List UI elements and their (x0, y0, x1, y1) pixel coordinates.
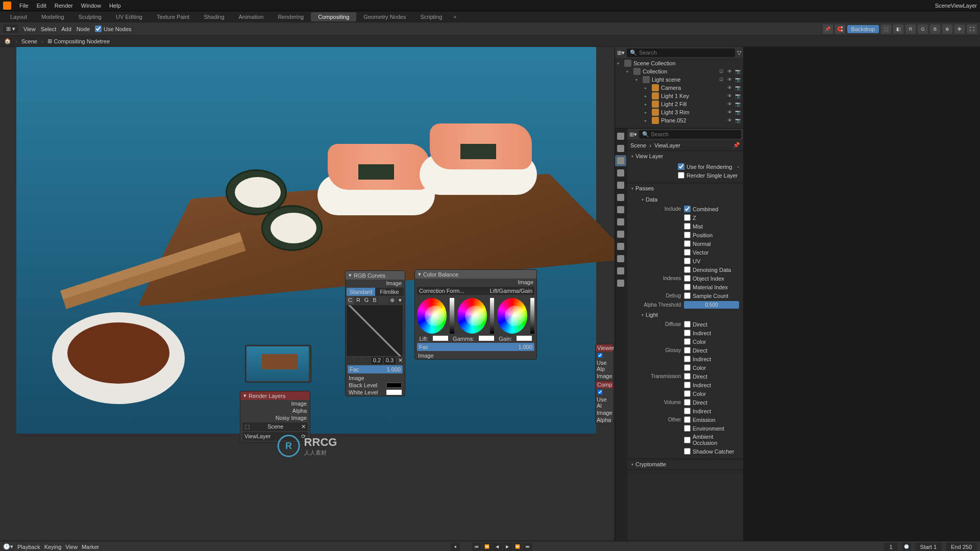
tone-standard[interactable]: Standard (347, 288, 375, 296)
socket-image-out[interactable]: Image (346, 280, 405, 287)
fac-slider[interactable]: Fac1.000 (348, 365, 403, 373)
outliner-display-mode[interactable]: ⊞▾ (617, 49, 625, 56)
alpha-threshold-slider[interactable]: 0.500 (684, 301, 739, 309)
snap-icon[interactable]: 🧲 (835, 24, 845, 34)
socket-image-in[interactable]: Image (415, 352, 536, 359)
visibility-toggle[interactable]: 👁 (726, 76, 733, 83)
prop-search-input[interactable] (651, 131, 721, 137)
correction-formula-dropdown[interactable]: Correction Form...Lift/Gamma/Gain (417, 287, 534, 295)
workspace-tab-sculpting[interactable]: Sculpting (71, 12, 109, 21)
pass-vector-check[interactable] (684, 249, 691, 256)
outliner-item[interactable]: ▾Collection☑👁📷 (615, 67, 743, 76)
curve-g[interactable]: G (363, 297, 370, 304)
lift-value-slider[interactable] (450, 298, 454, 334)
workspace-add[interactable]: + (449, 12, 460, 21)
workspace-tab-shading[interactable]: Shading (197, 12, 231, 21)
fit-icon[interactable]: ⛶ (967, 24, 977, 34)
glossy-indirect-check[interactable] (684, 356, 691, 362)
workspace-tab-compositing[interactable]: Compositing (311, 12, 356, 21)
gain-color-wheel[interactable] (497, 298, 527, 334)
node-color-balance[interactable]: ▾Color Balance Image Correction Form...L… (414, 269, 537, 360)
node-scene-field[interactable]: ⬚Scene✕ (242, 422, 308, 431)
timeline-marker[interactable]: Marker (82, 544, 99, 550)
menu-render[interactable]: Render (51, 3, 77, 9)
disclosure-icon[interactable]: ▸ (645, 94, 650, 98)
outliner-filter-icon[interactable]: ▽ (737, 49, 741, 56)
curve-c[interactable]: C (347, 297, 354, 304)
compositor-viewport[interactable]: ▾Render Layers Image Alpha Noisy Image ⬚… (0, 47, 615, 541)
channel-combined-icon[interactable]: ⬚ (881, 24, 891, 34)
workspace-tab-modeling[interactable]: Modeling (34, 12, 71, 21)
jump-prev-icon[interactable]: ⏪ (482, 543, 492, 551)
jump-next-icon[interactable]: ⏩ (513, 543, 522, 551)
disclosure-icon[interactable]: ▾ (635, 78, 641, 82)
visibility-toggle[interactable]: 👁 (726, 101, 733, 108)
node-rgb-curves[interactable]: ▾RGB Curves Image Standard Filmlike C R … (345, 270, 405, 396)
prop-tab-constraint[interactable] (615, 241, 626, 252)
prop-search[interactable]: 🔍 (639, 130, 741, 139)
prop-tab-object[interactable] (615, 192, 626, 203)
node-header[interactable]: ▾RGB Curves (346, 271, 405, 280)
glossy-direct-check[interactable] (684, 347, 691, 354)
play-reverse-icon[interactable]: ◀ (493, 543, 502, 551)
gamma-value-slider[interactable] (490, 298, 494, 334)
pass-denoising-check[interactable] (684, 266, 691, 273)
curve-b[interactable]: B (371, 297, 378, 304)
curve-reset-icon[interactable]: ▾ (397, 297, 404, 304)
channel-r-icon[interactable]: R (905, 24, 916, 34)
play-icon[interactable]: ▶ (503, 543, 512, 551)
socket-image-in[interactable]: Image (596, 409, 613, 416)
visibility-toggle[interactable]: 📷 (734, 76, 741, 83)
autokey-icon[interactable]: ● (451, 543, 460, 551)
environment-check[interactable] (684, 425, 691, 432)
handle-auto-icon[interactable] (347, 357, 354, 364)
menu-file[interactable]: File (15, 3, 33, 9)
pass-material-index-check[interactable] (684, 284, 691, 290)
outliner-item[interactable]: ▸Light 3 Rim👁📷 (615, 108, 743, 116)
panel-passes[interactable]: ▾Passes (627, 183, 743, 193)
submenu-node[interactable]: Node (77, 26, 90, 32)
pass-sample-count-check[interactable] (684, 292, 691, 299)
socket-alpha-out[interactable]: Alpha (240, 407, 310, 414)
pin-icon[interactable]: 📌 (733, 142, 740, 148)
glossy-color-check[interactable] (684, 364, 691, 371)
node-header[interactable]: ▾Color Balance (415, 270, 536, 279)
visibility-toggle[interactable]: 📷 (734, 84, 741, 91)
visibility-toggle[interactable]: 📷 (734, 101, 741, 108)
workspace-tab-animation[interactable]: Animation (232, 12, 271, 21)
outliner-search[interactable]: 🔍 (627, 48, 735, 57)
prop-tab-physics[interactable] (615, 229, 626, 240)
socket-noisy-out[interactable]: Noisy Image (240, 414, 310, 421)
curve-tools-icon[interactable]: ⊕ (388, 297, 396, 304)
shadow-check[interactable] (684, 448, 691, 455)
visibility-toggle[interactable]: 📷 (734, 92, 741, 99)
pass-position-check[interactable] (684, 232, 691, 238)
disclosure-icon[interactable]: ▾ (626, 69, 631, 74)
timeline-editor-type[interactable]: 🕐▾ (3, 543, 13, 550)
disclosure-icon[interactable]: ▸ (645, 110, 650, 115)
node-composite[interactable]: Comp Use Al Image Alpha (595, 381, 614, 424)
node-viewer-thumbnail[interactable] (245, 345, 311, 383)
prop-tab-scene[interactable] (615, 167, 626, 179)
start-frame[interactable]: Start 1 (915, 543, 942, 551)
visibility-toggle[interactable]: 👁 (726, 92, 733, 99)
disclosure-icon[interactable]: ▸ (645, 86, 650, 90)
pass-z-check[interactable] (684, 214, 691, 221)
trans-direct-check[interactable] (684, 373, 691, 380)
timeline-view[interactable]: View (65, 544, 78, 550)
timeline-playback[interactable]: Playback (17, 544, 40, 550)
header-scene-selector[interactable]: Scene (935, 3, 951, 9)
prop-tab-world[interactable] (615, 180, 626, 191)
disclosure-icon[interactable]: ▸ (645, 102, 650, 107)
gain-value-slider[interactable] (530, 298, 534, 334)
prop-tab-data[interactable] (615, 253, 626, 264)
visibility-toggle[interactable]: 👁 (726, 68, 733, 75)
breadcrumb-scene[interactable]: Scene (21, 38, 37, 44)
prop-bc-scene[interactable]: Scene (630, 142, 646, 148)
visibility-toggle[interactable]: ☑ (718, 68, 725, 75)
tone-filmlike[interactable]: Filmlike (375, 288, 404, 296)
curve-editor[interactable] (347, 305, 403, 356)
prop-options[interactable]: ⊞▾ (629, 131, 637, 138)
jump-end-icon[interactable]: ⏭ (523, 543, 532, 551)
channel-b-icon[interactable]: B (930, 24, 940, 34)
